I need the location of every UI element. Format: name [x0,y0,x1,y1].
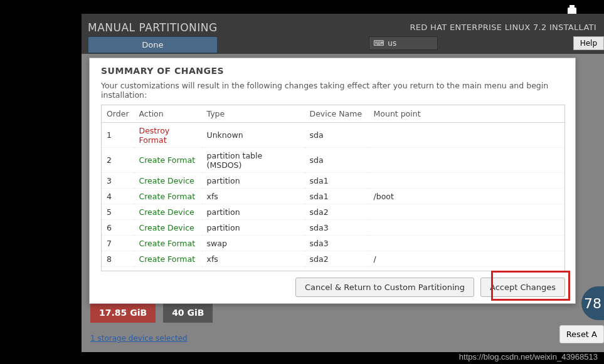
cell-mount [369,236,564,251]
col-device[interactable]: Device Name [305,105,369,123]
svg-rect-0 [570,5,575,8]
cell-device: sda3 [305,236,369,251]
cell-device: sda2 [305,204,369,220]
cell-order: 6 [102,220,134,236]
cell-device: sda [305,148,369,173]
cell-type: partition [202,220,305,236]
col-type[interactable]: Type [202,105,305,123]
table-row[interactable]: 2Create Formatpartition table (MSDOS)sda [102,148,564,173]
cell-order: 5 [102,204,134,220]
accept-changes-button[interactable]: Accept Changes [480,278,565,297]
cell-mount [369,220,564,236]
cell-order: 4 [102,189,134,204]
cell-type: partition [202,204,305,220]
cell-type: Unknown [202,123,305,148]
keyboard-icon: ⌨ [373,39,384,48]
watermark-text: https://blog.csdn.net/weixin_43968513 [459,352,598,361]
table-row[interactable]: 4Create Formatxfssda1/boot [102,189,564,204]
table-row[interactable]: 5Create Devicepartitionsda2 [102,204,564,220]
cell-device: sda [305,123,369,148]
cell-mount [369,123,564,148]
cell-action: Create Device [134,220,202,236]
summary-of-changes-dialog: SUMMARY OF CHANGES Your customizations w… [89,58,576,304]
cell-order: 7 [102,236,134,251]
dialog-description: Your customizations will result in the f… [101,81,565,100]
cell-device: sda3 [305,220,369,236]
cell-action: Create Format [134,251,202,267]
table-header-row: Order Action Type Device Name Mount poin… [102,105,564,123]
cell-action: Destroy Format [134,123,202,148]
cell-order: 8 [102,251,134,267]
cell-mount: / [369,251,564,267]
cell-mount [369,204,564,220]
cell-type: partition table (MSDOS) [202,148,305,173]
cell-mount: /boot [369,189,564,204]
dialog-button-row: Cancel & Return to Custom Partitioning A… [101,278,565,297]
table-row[interactable]: 6Create Devicepartitionsda3 [102,220,564,236]
keyboard-layout-indicator[interactable]: ⌨ us [369,36,438,50]
table-row[interactable]: 3Create Devicepartitionsda1 [102,173,564,189]
cell-device: sda1 [305,189,369,204]
cell-type: xfs [202,251,305,267]
cell-action: Create Format [134,189,202,204]
cell-type: xfs [202,189,305,204]
total-space-badge: 40 GiB [163,303,213,323]
page-title: MANUAL PARTITIONING [88,16,218,34]
available-space-badge: 17.85 GiB [90,303,156,323]
table-row[interactable]: 1Destroy FormatUnknownsda [102,123,564,148]
cell-mount [369,173,564,189]
header-bar: MANUAL PARTITIONING Done RED HAT ENTERPR… [82,14,604,54]
cell-action: Create Format [134,148,202,173]
cell-order: 3 [102,173,134,189]
cell-mount [369,148,564,173]
cell-order: 1 [102,123,134,148]
cell-action: Create Format [134,236,202,251]
product-title: RED HAT ENTERPRISE LINUX 7.2 INSTALLATI [410,16,597,32]
cell-type: partition [202,173,305,189]
table-row[interactable]: 7Create Formatswapsda3 [102,236,564,251]
done-button[interactable]: Done [88,36,218,53]
cell-action: Create Device [134,204,202,220]
col-mount[interactable]: Mount point [369,105,564,123]
cell-order: 2 [102,148,134,173]
dialog-title: SUMMARY OF CHANGES [101,66,565,76]
help-button[interactable]: Help [573,36,604,50]
cell-type: swap [202,236,305,251]
keyboard-layout-code: us [388,39,396,48]
cell-action: Create Device [134,173,202,189]
table-row[interactable]: 8Create Formatxfssda2/ [102,251,564,267]
cell-device: sda2 [305,251,369,267]
reset-all-button[interactable]: Reset A [559,325,604,343]
cell-device: sda1 [305,173,369,189]
storage-devices-link[interactable]: 1 storage device selected [90,334,188,343]
col-action[interactable]: Action [134,105,202,123]
col-order[interactable]: Order [102,105,134,123]
changes-table-wrap: Order Action Type Device Name Mount poin… [101,105,565,271]
cancel-return-button[interactable]: Cancel & Return to Custom Partitioning [295,278,474,297]
changes-table: Order Action Type Device Name Mount poin… [102,105,564,267]
